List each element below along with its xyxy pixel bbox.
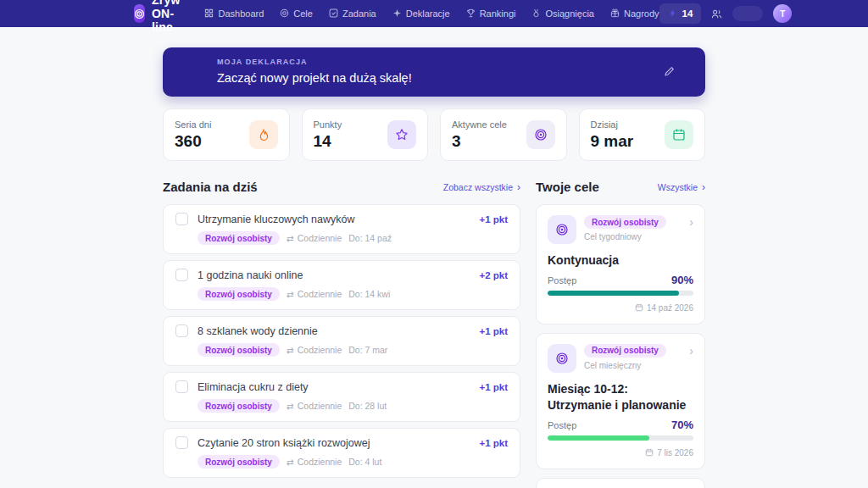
target-icon [548,215,576,244]
category-badge: Rozwój osobisty [198,231,280,245]
gift-icon [610,8,620,19]
points-icon [668,6,677,21]
goal-progress-value: 70% [671,419,693,431]
chevron-right-icon: › [702,182,705,192]
star-icon [387,120,416,149]
calendar-icon [645,448,654,458]
main-content: MOJA DEKLARACJA Zacząć nowy projekt na d… [163,27,705,488]
goals-section: Twoje cele Wszystkie› Rozwój osobisty Ce… [536,180,705,488]
repeat-icon: ⇄ [287,233,294,243]
task-row: 1 godzina nauki online +2 pkt Rozwój oso… [163,260,520,310]
task-points: +1 pkt [479,438,508,448]
nav-item-osiagniecia[interactable]: Osiągnięcia [531,8,593,19]
calendar-icon [665,120,693,149]
task-row: 8 szklanek wody dziennie +1 pkt Rozwój o… [163,316,520,366]
progress-bar [548,291,693,296]
nav-item-nagrody[interactable]: Nagrody [610,8,659,19]
task-due: Do: 14 kwi [348,289,390,299]
goal-due-date: 14 paź 2026 [548,303,693,313]
header-pill-button[interactable] [732,6,763,21]
header-actions: 14 T [659,3,793,24]
nav-item-rankingi[interactable]: Rankingi [466,8,516,19]
task-points: +1 pkt [479,326,508,336]
app-logo-icon [134,4,145,23]
trophy-icon [466,8,476,19]
task-checkbox[interactable] [175,380,188,393]
nav-item-dashboard[interactable]: Dashboard [204,8,264,19]
app-title: Zryw ON-line [152,0,187,34]
repeat-icon: ⇄ [287,401,294,411]
target-icon [548,344,576,373]
avatar[interactable]: T [773,4,792,23]
nav-item-deklaracje[interactable]: Deklaracje [392,8,450,19]
task-checkbox[interactable] [175,436,188,449]
medal-icon [531,8,541,19]
nav-item-cele[interactable]: Cele [280,8,313,19]
task-due: Do: 7 mar [348,345,387,355]
goal-type: Cel tygodniowy [584,232,666,241]
edit-icon[interactable] [664,66,675,77]
declaration-label: MOJA DEKLARACJA [217,58,664,66]
progress-bar [548,435,693,441]
stat-card-goals: Aktywne cele3 [440,108,567,161]
stats-row: Seria dni360 Punkty14 Aktywne cele3 Dzis… [163,108,705,161]
repeat-icon: ⇄ [287,345,294,355]
brand[interactable]: Zryw ON-line [134,0,187,34]
stat-card-streak: Seria dni360 [163,108,290,161]
task-row: Eliminacja cukru z diety +1 pkt Rozwój o… [163,372,520,422]
goal-card[interactable]: Rozwój osobisty Cel tygodniowy › Kontynu… [536,204,705,324]
task-due: Do: 28 lut [348,401,387,411]
category-badge: Rozwój osobisty [584,344,666,358]
flame-icon [249,120,278,149]
dashboard-icon [204,8,214,19]
task-due: Do: 14 paź [348,233,392,243]
goal-card[interactable]: Rozwój osobisty Cel kwartalny › Q4 - Kon… [536,478,705,488]
sparkle-icon [392,8,402,19]
task-points: +1 pkt [479,214,508,225]
goals-see-all-link[interactable]: Wszystkie› [658,182,705,192]
check-square-icon [329,8,338,19]
users-icon[interactable] [711,8,722,19]
task-row: Utrzymanie kluczowych nawyków +1 pkt Roz… [163,204,520,254]
goal-card[interactable]: Rozwój osobisty Cel miesięczny › Miesiąc… [536,333,705,469]
category-badge: Rozwój osobisty [198,455,280,469]
task-points: +2 pkt [479,270,508,280]
goal-title: Kontynuacja [548,252,693,269]
goal-due-date: 7 lis 2026 [548,448,693,458]
repeat-icon: ⇄ [287,289,294,299]
category-badge: Rozwój osobisty [198,343,280,357]
category-badge: Rozwój osobisty [198,287,280,301]
category-badge: Rozwój osobisty [584,215,666,229]
task-checkbox[interactable] [175,269,188,281]
tasks-see-all-link[interactable]: Zobacz wszystkie› [443,182,520,192]
task-due: Do: 4 lut [348,457,381,467]
task-points: +1 pkt [479,382,508,392]
calendar-icon [635,303,643,313]
chevron-right-icon[interactable]: › [689,344,693,358]
repeat-icon: ⇄ [287,457,294,467]
task-row: Czytanie 20 stron książki rozwojowej +1 … [163,428,520,478]
goal-progress-value: 90% [671,274,693,286]
goal-title: Miesiąc 10-12: Utrzymanie i planowanie [548,381,693,413]
tasks-section: Zadania na dziś Zobacz wszystkie› Utrzym… [163,180,520,488]
category-badge: Rozwój osobisty [198,399,280,413]
chevron-right-icon: › [517,182,520,192]
task-checkbox[interactable] [175,213,188,225]
points-badge[interactable]: 14 [659,3,702,24]
goal-type: Cel miesięczny [584,361,666,370]
nav-item-zadania[interactable]: Zadania [329,8,376,19]
target-icon [280,8,289,19]
target-icon [526,120,555,149]
stat-card-points: Punkty14 [302,108,429,161]
main-nav: Dashboard Cele Zadania Deklaracje Rankin… [204,8,659,19]
goals-heading: Twoje cele [536,180,599,194]
declaration-banner: MOJA DEKLARACJA Zacząć nowy projekt na d… [163,47,705,97]
tasks-heading: Zadania na dziś [163,180,258,194]
top-navbar: Zryw ON-line Dashboard Cele Zadania Dekl… [0,0,868,27]
chevron-right-icon[interactable]: › [689,215,693,229]
declaration-text: Zacząć nowy projekt na dużą skalę! [217,71,664,85]
points-value: 14 [682,8,693,19]
stat-card-today: Dzisiaj9 mar [579,108,706,161]
task-checkbox[interactable] [175,324,188,337]
